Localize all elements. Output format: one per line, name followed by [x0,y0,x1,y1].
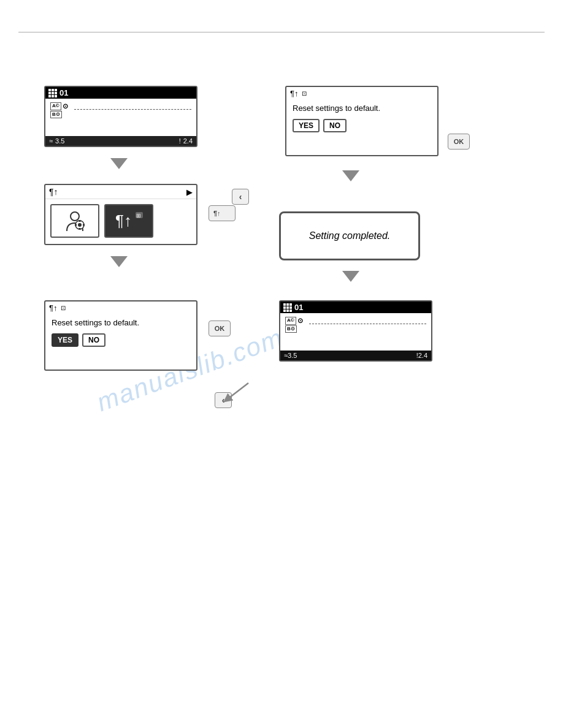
ab-stack-icon: A© ⊙ B⊙ [50,102,68,118]
settings-icon-box: ¶↑ ⊞ [104,204,153,238]
screen1-title: 01 [59,88,68,97]
screen2-icon-row: ¶↑ ⊞ [45,199,196,243]
back-key-1[interactable]: ‹ [232,189,249,205]
screen1-statusbar: ≈ 3.5 ! 2.4 [45,136,196,146]
screen4-reset-text: Reset settings to default. [286,100,437,116]
svg-rect-3 [79,220,81,222]
screen1-content: A© ⊙ B⊙ [45,99,196,122]
arrow-2-to-3 [110,256,128,267]
screen3-reset-text: Reset settings to default. [45,314,196,331]
screen6-content: A© ⊙ B⊙ [280,313,431,336]
ok-key-2[interactable]: OK [448,134,470,150]
svg-text:¶↑: ¶↑ [213,210,221,217]
screen-3-reset: ¶↑ ⊡ Reset settings to default. YES NO [44,300,197,371]
screen3-buttons: YES NO [45,331,196,349]
screen6-dashes [309,324,426,324]
exclaim-icon: ! [179,137,181,145]
screen-5-completed: Setting completed. [279,211,420,260]
screen6-circle-connector: ⊙ [297,317,303,325]
b-icon: B⊙ [50,111,62,118]
screen6-status-right: 2.4 [418,352,427,359]
screen1-grid-icon [48,89,57,97]
screen3-sub-icon: ⊡ [61,305,66,311]
screen6-title: 01 [294,303,303,312]
screen1-titlebar: 01 [45,87,196,99]
screen6-ab-stack: A© ⊙ B⊙ [285,317,303,333]
svg-text:¶↑: ¶↑ [115,211,132,230]
screen6-b-icon: B⊙ [285,325,297,333]
camera-settings-icon: ¶↑ ⊞ [112,209,146,233]
screen6-statusbar: ≈ 3.5 ! 2.4 [280,351,431,360]
screen2-titlebar: ¶↑ ▶ [45,185,196,199]
screen4-yes-button[interactable]: YES [293,119,320,132]
screen3-titlebar: ¶↑ ⊡ [45,301,196,314]
screen1-status-right: 2.4 [183,137,193,145]
svg-line-12 [227,383,248,400]
screen3-no-button[interactable]: NO [82,333,105,347]
svg-point-2 [78,223,82,227]
screen-4-reset: ¶↑ ⊡ Reset settings to default. YES NO [285,86,439,156]
person-icon [63,210,86,233]
settings-key-button[interactable]: ¶↑ [209,205,236,221]
screen2-arrow: ▶ [186,188,193,197]
screen-6-main: 01 A© ⊙ B⊙ ≈ 3.5 ! 2.4 [279,300,432,362]
circle-connector: ⊙ [63,102,68,110]
screen3-settings-icon: ¶↑ [49,303,57,313]
screen6-grid-icon [283,303,292,312]
screen-2-menu: ¶↑ ▶ ¶↑ ⊞ [44,184,197,245]
screen4-no-button[interactable]: NO [323,119,347,132]
screen2-settings-icon: ¶↑ [49,187,58,197]
ok-key-1[interactable]: OK [209,320,231,336]
screen4-sub-icon: ⊡ [302,90,307,97]
settings-key-icon: ¶↑ [213,208,231,219]
svg-rect-4 [79,228,81,230]
completed-text: Setting completed. [281,213,418,259]
screen1-status-left: 3.5 [55,137,64,145]
top-divider [18,32,545,32]
screen4-buttons: YES NO [286,116,437,135]
ok-key-1-label: OK [215,325,225,332]
svg-rect-5 [75,224,77,226]
person-icon-box [50,204,99,238]
screen-1-main: 01 A© ⊙ B⊙ ≈ 3.5 ! 2.4 [44,86,197,147]
arrow-5-to-6 [342,271,359,282]
screen6-titlebar: 01 [280,301,431,313]
diagonal-arrow [221,380,251,404]
dashes-line [74,109,191,110]
back-key-1-label: ‹ [239,192,242,202]
ok-key-2-label: OK [454,138,464,145]
screen6-status-left: 3.5 [288,352,297,359]
arrow-1-to-2 [110,158,128,169]
svg-point-0 [71,212,79,221]
screen4-titlebar: ¶↑ ⊡ [286,87,437,100]
a-icon: A© [50,102,61,110]
screen3-yes-button[interactable]: YES [52,333,79,347]
svg-text:⊞: ⊞ [136,213,141,219]
svg-rect-6 [83,224,85,226]
screen6-a-icon: A© [285,317,296,324]
screen4-settings-icon: ¶↑ [290,89,298,98]
wifi-icon: ≈ [49,137,53,145]
arrow-4-to-5 [342,170,359,181]
